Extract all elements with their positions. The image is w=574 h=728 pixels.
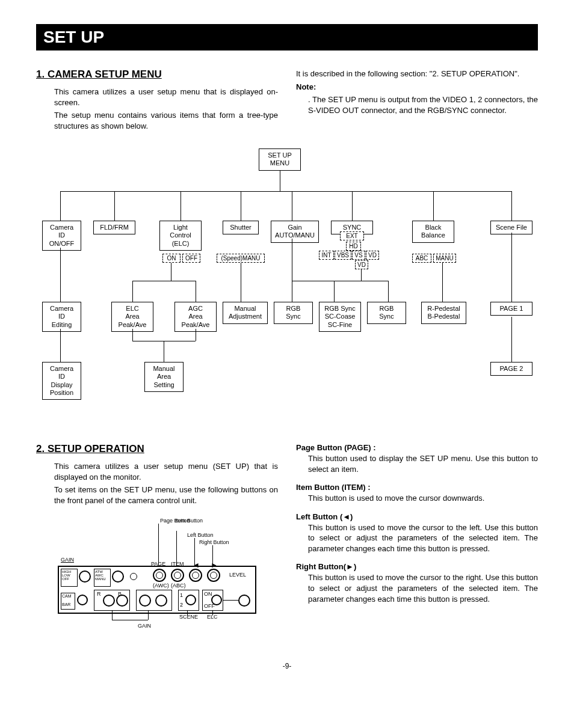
note-body: . The SET UP menu is output from the VID… xyxy=(308,94,538,115)
item-button-desc: Item Button (ITEM) : This button is used… xyxy=(296,483,538,504)
menu-tree-diagram: SET UPMENU CameraIDON/OFF FLD/FRM LightC… xyxy=(36,148,538,419)
tree-r2-n6: RGB SyncSC-CoaseSC-Fine xyxy=(319,302,361,332)
tree-r1-n6d: VBS xyxy=(335,251,351,260)
tree-r2-n9: PAGE 1 xyxy=(490,302,532,316)
left-button-desc: Left Button (◄) This button is used to m… xyxy=(296,512,538,554)
section2-columns: 2. SETUP OPERATION This camera utilizes … xyxy=(36,443,538,638)
section1-p1: This camera utilizes a user setup menu t… xyxy=(54,87,278,108)
tree-r3-n2: ManualAreaSetting xyxy=(144,362,184,392)
section1-heading: 1. CAMERA SETUP MENU xyxy=(36,69,278,81)
tree-r1-n4: Shutter xyxy=(223,221,259,234)
tree-r1-n1: CameraIDON/OFF xyxy=(42,221,81,251)
tree-r1-n6a: EXT xyxy=(340,231,364,240)
tree-r2-n5: RGB Sync xyxy=(274,302,313,323)
section1-columns: 1. CAMERA SETUP MENU This camera utilize… xyxy=(36,69,538,133)
tree-r2-n3: AGCAreaPeak/Ave xyxy=(174,302,217,332)
panel-label-left: Left Button xyxy=(187,532,214,538)
section1-p2: The setup menu contains various items th… xyxy=(54,110,278,131)
tree-r2-n8: R-PedestalB-Pedestal xyxy=(421,302,466,323)
tree-root: SET UPMENU xyxy=(259,148,301,170)
panel-highlow: HIGHLOWOFF xyxy=(61,569,78,587)
page-button-desc: Page Button (PAGE) : This button used to… xyxy=(296,443,538,474)
panel-label-item: Item Button xyxy=(175,518,203,524)
tree-r1-n6e: VS xyxy=(352,251,365,260)
tree-r2-n7: RGB Sync xyxy=(367,302,406,323)
section1-p3: It is described in the following section… xyxy=(296,69,538,79)
page-banner: SET UP xyxy=(36,24,538,50)
tree-r1-n7: BlackBalance xyxy=(412,221,454,242)
tree-r1-n7a: ABC xyxy=(412,254,431,263)
panel-gain-label: GAIN xyxy=(61,557,74,563)
tree-r2-n2: ELCAreaPeak/Ave xyxy=(111,302,153,332)
section2-p1: This camera utilizes a user setup menu (… xyxy=(54,461,278,482)
section2-p2: To set items on the SET UP menu, use the… xyxy=(54,485,278,506)
note-label: Note: xyxy=(296,82,538,93)
tree-r2-n4: ManualAdjustment xyxy=(223,302,268,323)
panel-page: PAGE xyxy=(151,561,165,567)
tree-r1-n2: FLD/FRM xyxy=(93,221,135,234)
tree-r1-n6g: VD xyxy=(355,260,368,269)
tree-r1-n6b: HD xyxy=(346,242,361,251)
tree-r1-n3a: ON xyxy=(162,254,181,263)
panel-item: ITEM xyxy=(171,561,184,567)
tree-r1-n3: LightControl(ELC) xyxy=(159,221,202,251)
section2-heading: 2. SETUP OPERATION xyxy=(36,443,278,455)
tree-r3-n1: CameraIDDisplayPosition xyxy=(42,362,81,400)
tree-r1-n5: GainAUTO/MANU xyxy=(271,221,319,242)
tree-r2-n1: CameraIDEditing xyxy=(42,302,81,332)
tree-r1-n6f: VD xyxy=(366,251,379,260)
front-panel-diagram: Page Button Item Button Left Button Righ… xyxy=(58,518,256,638)
tree-r3-n3: PAGE 2 xyxy=(490,362,532,376)
tree-r1-n6c: INT xyxy=(319,251,334,260)
tree-r1-n4a: (Speed)MANU xyxy=(217,254,265,263)
page-number: -9- xyxy=(36,662,538,670)
tree-r1-n3b: OFF xyxy=(182,254,200,263)
right-button-desc: Right Button(►) This button is used to m… xyxy=(296,562,538,604)
panel-label-right: Right Button xyxy=(199,539,229,545)
panel-level: LEVEL xyxy=(229,572,246,578)
tree-r1-n7b: MANU xyxy=(433,254,456,263)
